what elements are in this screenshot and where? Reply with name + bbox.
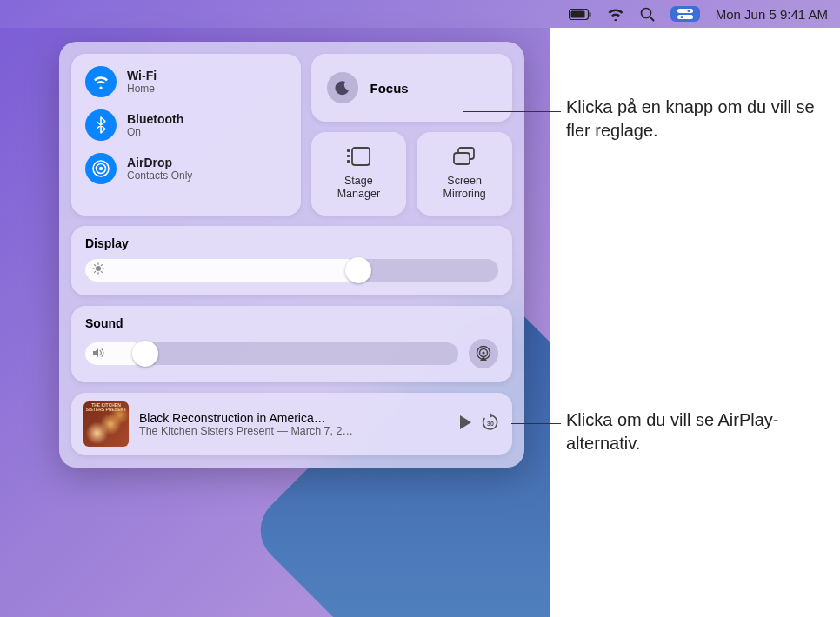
sound-title: Sound (85, 316, 498, 330)
svg-point-18 (96, 266, 101, 271)
battery-icon[interactable] (569, 9, 591, 20)
airdrop-title: AirDrop (127, 156, 192, 169)
display-card: Display (71, 226, 512, 295)
stage-manager-icon (346, 147, 370, 169)
media-artwork: THE KITCHEN SISTERS PRESENT (83, 401, 129, 447)
screen-mirroring-button[interactable]: Screen Mirroring (417, 132, 512, 216)
svg-line-25 (95, 271, 96, 272)
skip-30-button[interactable]: 30 (481, 413, 500, 435)
focus-label: Focus (370, 81, 409, 96)
svg-rect-5 (677, 9, 693, 13)
spotlight-icon[interactable] (640, 7, 655, 22)
svg-rect-17 (454, 153, 470, 164)
display-title: Display (85, 236, 498, 250)
focus-annotation: Klicka på en knapp om du vill se fler re… (566, 96, 840, 143)
svg-line-24 (101, 271, 102, 272)
airdrop-toggle[interactable]: AirDrop Contacts Only (85, 153, 287, 184)
display-slider-thumb[interactable] (345, 257, 371, 283)
moon-icon (327, 72, 358, 103)
svg-point-29 (482, 351, 484, 354)
svg-rect-7 (677, 15, 693, 19)
media-subtitle: The Kitchen Sisters Present — March 7, 2… (139, 425, 448, 437)
airdrop-status: Contacts Only (127, 169, 192, 182)
svg-rect-2 (589, 12, 590, 17)
network-card: Wi-Fi Home Bluetooth On AirDrop (71, 54, 301, 216)
brightness-icon (92, 262, 104, 278)
sound-slider[interactable] (85, 342, 458, 365)
screen-mirroring-label: Screen Mirroring (443, 175, 485, 201)
control-center-menubar-icon[interactable] (670, 6, 700, 22)
control-center-panel: Wi-Fi Home Bluetooth On AirDrop (59, 42, 524, 468)
bluetooth-toggle[interactable]: Bluetooth On (85, 109, 287, 141)
menubar-datetime[interactable]: Mon Jun 5 9:41 AM (716, 7, 828, 22)
svg-rect-14 (347, 160, 350, 163)
callout-line (463, 111, 561, 112)
bluetooth-icon (85, 109, 117, 141)
airdrop-icon (85, 153, 117, 184)
display-slider[interactable] (85, 259, 498, 282)
bluetooth-status: On (127, 126, 183, 138)
now-playing-card[interactable]: THE KITCHEN SISTERS PRESENT Black Recons… (71, 393, 512, 455)
wifi-toggle[interactable]: Wi-Fi Home (85, 66, 287, 97)
sound-card: Sound (71, 306, 512, 382)
bluetooth-title: Bluetooth (127, 112, 183, 126)
menubar: Mon Jun 5 9:41 AM (0, 0, 840, 28)
svg-line-4 (650, 17, 653, 20)
svg-rect-12 (347, 149, 350, 152)
svg-point-11 (99, 167, 103, 170)
callout-line (511, 423, 561, 424)
sound-slider-thumb[interactable] (132, 341, 158, 367)
wifi-icon[interactable] (607, 8, 624, 21)
play-button[interactable] (458, 415, 472, 434)
svg-point-6 (687, 10, 690, 12)
media-title: Black Reconstruction in America… (139, 411, 448, 425)
speaker-icon (92, 346, 104, 362)
svg-rect-13 (347, 155, 350, 157)
svg-line-26 (101, 265, 102, 266)
wifi-icon (85, 66, 117, 97)
stage-manager-label: Stage Manager (337, 175, 380, 201)
svg-text:30: 30 (487, 421, 494, 427)
svg-rect-1 (570, 10, 584, 17)
stage-manager-button[interactable]: Stage Manager (311, 132, 407, 216)
airplay-annotation: Klicka om du vill se AirPlay-alternativ. (566, 408, 840, 455)
screen-mirroring-icon (452, 147, 477, 169)
svg-point-8 (680, 16, 683, 18)
svg-rect-15 (352, 148, 370, 165)
airplay-audio-button[interactable] (469, 339, 498, 368)
svg-line-23 (95, 265, 96, 266)
wifi-status: Home (127, 83, 157, 95)
wifi-title: Wi-Fi (127, 69, 157, 83)
